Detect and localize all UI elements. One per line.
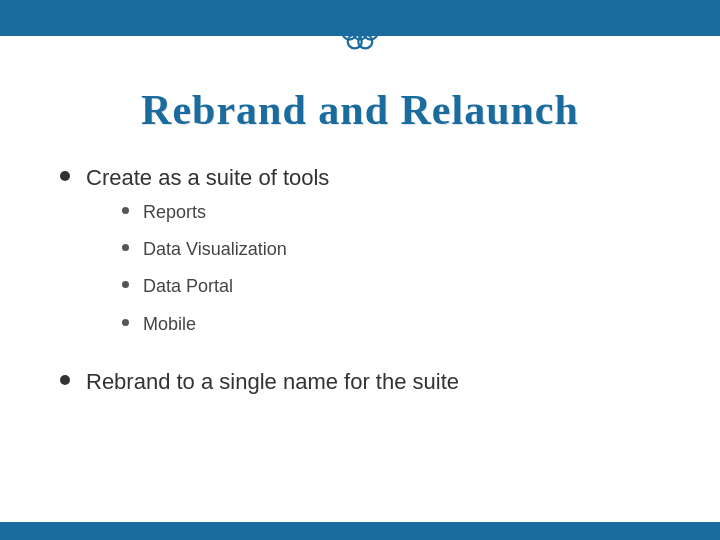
sub-bullet-item-data-viz: Data Visualization bbox=[122, 238, 329, 261]
slide-content: Rebrand and Relaunch Create as a suite o… bbox=[0, 36, 720, 522]
sub-bullet-text-reports: Reports bbox=[143, 201, 206, 224]
sub-bullet-text-data-portal: Data Portal bbox=[143, 275, 233, 298]
sub-bullet-item-reports: Reports bbox=[122, 201, 329, 224]
main-bullet-list: Create as a suite of tools Reports Data … bbox=[60, 164, 660, 415]
sub-bullet-item-data-portal: Data Portal bbox=[122, 275, 329, 298]
bullet-dot-2 bbox=[60, 375, 70, 385]
logo-container bbox=[335, 12, 385, 62]
bullet-text-1: Create as a suite of tools bbox=[86, 165, 329, 190]
bottom-bar bbox=[0, 522, 720, 540]
bullet-item-1: Create as a suite of tools Reports Data … bbox=[60, 164, 660, 350]
sub-bullet-list-1: Reports Data Visualization Data Portal M… bbox=[122, 201, 329, 337]
logo-icon bbox=[338, 15, 382, 59]
bullet-dot-1 bbox=[60, 171, 70, 181]
sub-bullet-dot-3 bbox=[122, 281, 129, 288]
slide-title: Rebrand and Relaunch bbox=[60, 86, 660, 134]
sub-bullet-dot-2 bbox=[122, 244, 129, 251]
sub-bullet-dot-4 bbox=[122, 319, 129, 326]
sub-bullet-dot-1 bbox=[122, 207, 129, 214]
bullet-item-2: Rebrand to a single name for the suite bbox=[60, 368, 660, 397]
bullet-text-2: Rebrand to a single name for the suite bbox=[86, 368, 459, 397]
sub-bullet-text-data-viz: Data Visualization bbox=[143, 238, 287, 261]
sub-bullet-text-mobile: Mobile bbox=[143, 313, 196, 336]
sub-bullet-item-mobile: Mobile bbox=[122, 313, 329, 336]
